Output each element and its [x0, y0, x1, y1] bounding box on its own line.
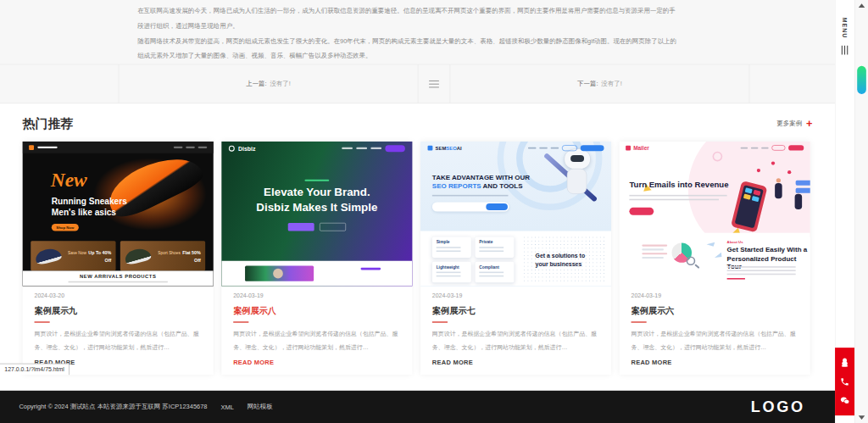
decorative-dot — [771, 161, 775, 164]
case-thumbnail[interactable]: Disbiz Elevate Your Brand. Disbiz Makes … — [221, 142, 412, 287]
article-line: 随着网络技术及其带宽的提高，网页的组成元素也发生了很大的变化。在90年代末，网页… — [137, 33, 732, 48]
decorative-dot — [787, 170, 791, 174]
prev-post-link[interactable]: 上一篇: 没有了! — [119, 64, 418, 103]
get-started-button-placeholder — [486, 203, 508, 210]
paper-plane-illustration — [707, 240, 715, 247]
xml-link[interactable]: XML — [221, 404, 234, 411]
thumb-brand: SEMSEOAI — [436, 145, 462, 150]
thumb-menu-placeholder — [528, 145, 604, 151]
subtext-placeholder — [727, 266, 796, 277]
thumb-headline: Men's like asics — [52, 208, 116, 218]
title-underline — [432, 321, 448, 323]
thumb-brand: Disbiz — [238, 145, 255, 152]
banner-text: Save Now — [68, 250, 86, 254]
link-underline — [727, 278, 745, 280]
next-post-value: 没有了! — [601, 80, 621, 88]
back-to-list-button[interactable] — [418, 64, 450, 103]
case-thumbnail[interactable]: SEMSEOAI TAKE ADVANTAGE WITH OUR SEO REP… — [420, 142, 611, 287]
thumb-section-strip: About Us Get Started Easily With a Perso… — [620, 233, 810, 287]
hamburger-icon — [429, 78, 439, 90]
case-thumbnail[interactable]: New Running Sneakers Men's like asics Sh… — [23, 142, 214, 287]
footer: Copyright © 2024 测试站点 本站资源来源于互联网 苏ICP123… — [0, 391, 835, 423]
thumb-navbar: Mailer — [620, 142, 810, 154]
email-input-mock — [432, 202, 509, 211]
thumb-headline: Turn Emails into Revenue — [629, 181, 728, 190]
copyright-row: Copyright © 2024 测试站点 本站资源来源于互联网 苏ICP123… — [19, 403, 272, 411]
case-title[interactable]: 案例展示八 — [233, 304, 400, 316]
up-arrow-icon[interactable] — [859, 3, 865, 8]
shop-brand-placeholder — [37, 147, 57, 148]
thumb-menu-placeholder — [342, 145, 405, 152]
thumb-section-strip: Simple Private Lightweight Compliant Get… — [420, 231, 611, 287]
title-underline — [632, 321, 647, 323]
title-underline — [35, 321, 50, 323]
article-line: 在互联网高速发展的今天，网络已成为人们生活的一部分，成为人们获取信息资源的重要途… — [137, 3, 732, 19]
article-line: 组成元素外又增加了大量的图像、动画、视频、音乐、横幅广告以及多种动态效果。 — [137, 48, 732, 64]
scrollbar[interactable] — [854, 0, 868, 423]
article-text-block: 在互联网高速发展的今天，网络已成为人们生活的一部分，成为人们获取信息资源的重要途… — [0, 0, 835, 64]
case-date: 2024-03-19 — [632, 292, 798, 299]
template-link[interactable]: 网站模板 — [248, 403, 273, 411]
title-underline — [233, 321, 248, 323]
chart-bars — [796, 181, 810, 196]
thumb-headline: Elevate Your Brand. — [221, 186, 412, 198]
promo-banner: Save Now Up To 40% Off — [31, 241, 115, 270]
prev-post-value: 没有了! — [270, 80, 290, 88]
footer-logo[interactable]: LOGO — [751, 398, 805, 416]
promo-banners: Save Now Up To 40% Off Sport Shoes Flat … — [31, 241, 205, 270]
down-arrow-icon[interactable] — [859, 415, 865, 420]
secondary-button-placeholder — [320, 223, 346, 231]
mailer-logo-icon — [626, 145, 631, 150]
case-card: Mailer Turn Emails into Revenue — [620, 142, 810, 375]
phone-icon[interactable] — [840, 377, 849, 387]
banner-text: Flat 50% Off — [182, 250, 201, 263]
feature-card: Compliant — [476, 262, 515, 283]
thumb-navbar: SEMSEOAI — [420, 142, 611, 154]
contact-widget — [835, 348, 854, 415]
thumb-section-strip: NEW ARRIVALS PRODUCTS — [23, 270, 214, 286]
person-photo — [273, 269, 283, 279]
signup-button-placeholder — [788, 145, 804, 150]
case-title[interactable]: 案例展示七 — [432, 304, 599, 316]
read-more-link[interactable]: READ MORE — [632, 359, 672, 366]
qq-icon[interactable] — [840, 358, 849, 367]
next-post-label: 下一篇: — [577, 80, 598, 88]
cta-button-placeholder — [629, 208, 654, 215]
thumb-headline: Disbiz Makes It Simple — [221, 200, 412, 213]
scroll-thumb[interactable] — [857, 66, 866, 94]
more-cases-link[interactable]: 更多案例 + — [776, 119, 812, 130]
decorative-dot — [757, 169, 760, 172]
semseoai-logo-icon — [428, 145, 433, 150]
page-root: 在互联网高速发展的今天，网络已成为人们生活的一部分，成为人们获取信息资源的重要途… — [0, 0, 868, 423]
thumb-headline: TAKE ADVANTAGE WITH OUR — [432, 173, 530, 181]
case-card: Disbiz Elevate Your Brand. Disbiz Makes … — [221, 142, 412, 375]
banner-text: Sport Shoes — [158, 250, 180, 254]
thumb-navbar — [23, 142, 214, 153]
case-description: 网页设计，是根据企业希望向浏览者传递的信息（包括产品、服务、理念、文化），进行网… — [35, 327, 202, 354]
recommend-section-header: 热门推荐 更多案例 + — [23, 103, 813, 142]
read-more-link[interactable]: READ MORE — [432, 359, 473, 366]
next-post-link[interactable]: 下一篇: 没有了! — [450, 64, 749, 103]
menu-label: MENU — [842, 18, 849, 39]
primary-button-placeholder — [288, 223, 314, 231]
case-card-list: New Running Sneakers Men's like asics Sh… — [23, 142, 813, 375]
plus-icon: + — [806, 119, 812, 130]
menu-toggle-button[interactable]: MENU — [842, 18, 849, 55]
read-more-link[interactable]: READ MORE — [233, 359, 274, 366]
case-title[interactable]: 案例展示六 — [632, 304, 798, 316]
mini-screenshot — [245, 266, 314, 281]
wechat-icon[interactable] — [840, 396, 849, 405]
case-date: 2024-03-20 — [35, 292, 202, 299]
feature-card: Simple — [432, 237, 471, 258]
subtext-placeholder — [629, 199, 719, 201]
case-thumbnail[interactable]: Mailer Turn Emails into Revenue — [620, 142, 810, 287]
login-button-placeholder — [562, 145, 577, 151]
subtext-placeholder — [629, 195, 726, 197]
disbiz-logo-icon — [229, 145, 235, 151]
person-illustration — [775, 183, 782, 198]
promo-banner: Sport Shoes Flat 50% Off — [120, 241, 205, 270]
person-illustration — [795, 194, 803, 209]
case-title[interactable]: 案例展示九 — [35, 304, 202, 316]
section-title: 热门推荐 — [23, 115, 74, 132]
copyright-text: Copyright © 2024 测试站点 本站资源来源于互联网 苏ICP123… — [19, 403, 207, 411]
